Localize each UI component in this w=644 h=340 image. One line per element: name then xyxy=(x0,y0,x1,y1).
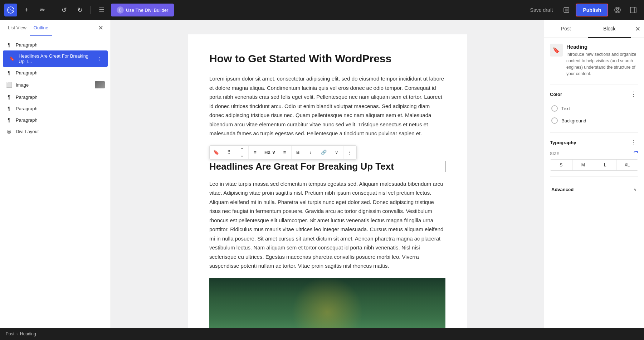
list-item-image[interactable]: ⬜ Image xyxy=(0,78,111,91)
publish-button[interactable]: Publish xyxy=(576,4,608,16)
list-item[interactable]: ¶ Paragraph xyxy=(0,67,111,78)
block-info: 🔖 Heading Introduce new sections and org… xyxy=(550,44,638,77)
typography-more-button[interactable]: ⋮ xyxy=(629,139,638,146)
tab-block[interactable]: Block xyxy=(588,20,631,38)
sidebar-toggle-button[interactable] xyxy=(627,4,640,16)
list-item[interactable]: ¶ Paragraph xyxy=(0,39,111,50)
text-color-radio[interactable] xyxy=(551,105,558,112)
divider-3 xyxy=(550,176,638,177)
paragraph-2[interactable]: Leo in vitae turpis massa sed elementum … xyxy=(209,179,445,271)
paragraph-align-button[interactable]: ≡ xyxy=(278,146,291,159)
list-item[interactable]: ¶ Paragraph xyxy=(0,91,111,103)
drag-handle[interactable]: ⠿ xyxy=(223,146,235,159)
sidebar-item-label: Paragraph xyxy=(16,106,105,111)
size-buttons: S M L XL xyxy=(550,159,638,171)
undo-button[interactable]: ↺ xyxy=(58,4,70,16)
sidebar-item-label: Paragraph xyxy=(16,70,105,76)
size-xl-button[interactable]: XL xyxy=(616,160,638,170)
divi-label: Use The Divi Builder xyxy=(126,8,168,13)
color-section-header: Color ⋮ xyxy=(550,90,638,98)
sidebar-items: ¶ Paragraph 🔖 Headlines Are Great For Br… xyxy=(0,36,111,328)
text-color-option[interactable]: Text xyxy=(550,102,638,115)
divi-icon: D xyxy=(117,6,124,14)
block-type-icon: 🔖 xyxy=(550,44,563,57)
left-sidebar: List View Outline ✕ ¶ Paragraph 🔖 Headli… xyxy=(0,20,111,328)
size-l-button[interactable]: L xyxy=(594,160,616,170)
toolbar-group-2: ≡ H2 ∨ ≡ xyxy=(249,146,292,159)
background-color-radio[interactable] xyxy=(551,117,558,124)
sidebar-close-button[interactable]: ✕ xyxy=(95,20,106,36)
profile-button[interactable] xyxy=(611,4,624,16)
redo-button[interactable]: ↻ xyxy=(73,4,86,16)
list-item[interactable]: ¶ Paragraph xyxy=(0,103,111,114)
size-m-button[interactable]: M xyxy=(572,160,595,170)
toolbar-group-3: B I 🔗 ∨ xyxy=(292,146,343,159)
add-block-button[interactable]: + xyxy=(20,4,33,16)
paragraph-1[interactable]: Lorem ipsum dolor sit amet, consectetur … xyxy=(209,74,445,138)
sidebar-item-label: Divi Layout xyxy=(16,129,105,134)
toolbar-group-4: ⋮ xyxy=(343,146,356,159)
content-heading[interactable]: Headlines Are Great For Breaking Up Text xyxy=(209,161,445,172)
sidebar-item-label: Paragraph xyxy=(16,42,105,48)
typography-section-title: Typography xyxy=(550,140,576,145)
breadcrumb-separator: › xyxy=(16,331,18,336)
sun-rays xyxy=(292,278,363,328)
content-area[interactable]: How to Get Started With WordPress Lorem … xyxy=(111,20,544,328)
list-item[interactable]: ¶ Paragraph xyxy=(0,114,111,126)
text-color-label: Text xyxy=(561,106,570,111)
sidebar-item-label: Image xyxy=(16,82,91,88)
bookmark-button[interactable]: 🔖 xyxy=(210,146,223,159)
chevron-icon: ∨ xyxy=(272,150,275,155)
align-button[interactable]: ≡ xyxy=(249,146,262,159)
right-sidebar-header: Post Block ✕ xyxy=(544,20,644,38)
list-view-button[interactable]: ☰ xyxy=(95,4,108,16)
forest-image xyxy=(209,278,445,328)
size-reset-button[interactable] xyxy=(633,151,638,156)
background-color-option[interactable]: Background xyxy=(550,115,638,127)
preview-button[interactable] xyxy=(560,4,573,16)
toolbar-group-1: 🔖 ⠿ ⌃⌄ xyxy=(210,146,249,159)
item-actions[interactable]: ⋮ xyxy=(97,56,102,62)
divi-layout-icon: ◎ xyxy=(6,128,12,134)
heading-icon: 🔖 xyxy=(9,56,15,61)
list-item-divi[interactable]: ◎ Divi Layout xyxy=(0,126,111,137)
image-icon: ⬜ xyxy=(6,82,12,88)
svg-point-4 xyxy=(616,8,619,10)
color-more-button[interactable]: ⋮ xyxy=(629,90,638,98)
italic-button[interactable]: I xyxy=(304,146,317,159)
tab-post[interactable]: Post xyxy=(544,20,588,38)
advanced-title: Advanced xyxy=(551,187,574,192)
tab-outline[interactable]: Outline xyxy=(30,20,52,36)
topbar-right: Save draft Publish xyxy=(526,4,640,16)
advanced-section[interactable]: Advanced ∨ xyxy=(550,183,638,196)
block-description: Introduce new sections and organize cont… xyxy=(566,51,638,77)
heading-level-button[interactable]: H2 ∨ xyxy=(262,146,278,159)
sidebar-item-label: Paragraph xyxy=(16,117,105,123)
move-button[interactable]: ⌃⌄ xyxy=(235,146,248,159)
topbar: + ✏ ↺ ↻ ☰ D Use The Divi Builder Save dr… xyxy=(0,0,644,20)
sidebar-item-label: Headlines Are Great For Breaking Up T... xyxy=(19,53,94,64)
post-title[interactable]: How to Get Started With WordPress xyxy=(209,52,445,65)
bold-button[interactable]: B xyxy=(292,146,304,159)
color-section-title: Color xyxy=(550,92,562,97)
block-title: Heading xyxy=(566,44,638,50)
divider2 xyxy=(91,6,91,14)
link-button[interactable]: 🔗 xyxy=(317,146,330,159)
right-sidebar: Post Block ✕ 🔖 Heading Introduce new sec… xyxy=(544,20,644,328)
size-s-button[interactable]: S xyxy=(550,160,572,170)
block-options-button[interactable]: ⋮ xyxy=(343,146,356,159)
edit-button[interactable]: ✏ xyxy=(36,4,49,16)
divi-builder-button[interactable]: D Use The Divi Builder xyxy=(111,4,174,16)
save-draft-button[interactable]: Save draft xyxy=(526,4,557,16)
right-sidebar-close[interactable]: ✕ xyxy=(631,23,644,35)
breadcrumb-post[interactable]: Post xyxy=(6,331,14,336)
typography-section-header: Typography ⋮ xyxy=(550,139,638,146)
list-item-active[interactable]: 🔖 Headlines Are Great For Breaking Up T.… xyxy=(3,50,108,67)
size-text: SIZE xyxy=(550,151,559,156)
image-thumbnail xyxy=(95,81,105,88)
typography-section: Typography ⋮ SIZE S M L XL xyxy=(550,139,638,171)
wp-logo[interactable] xyxy=(4,4,17,16)
tab-list-view[interactable]: List View xyxy=(4,20,30,36)
more-formatting-button[interactable]: ∨ xyxy=(330,146,343,159)
sidebar-item-label: Paragraph xyxy=(16,94,105,100)
